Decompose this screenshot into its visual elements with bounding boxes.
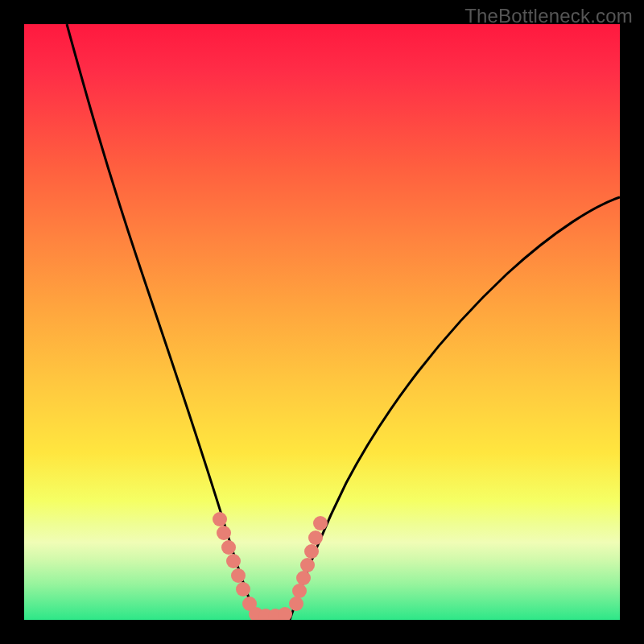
bead-marker [296,571,311,585]
bead-marker [236,582,250,597]
bead-marker [226,554,241,568]
bead-marker [292,584,307,598]
bead-marker [304,544,319,559]
chart-frame: TheBottleneck.com [0,0,644,644]
bead-marker [308,530,323,545]
bead-marker [289,597,303,611]
bead-marker [313,516,328,530]
bead-marker [300,558,315,572]
bead-marker [221,540,236,555]
bead-markers [213,512,328,620]
bead-marker [217,526,231,540]
bead-marker [213,512,227,526]
right-branch-curve [290,197,620,620]
bead-marker [278,607,292,620]
bead-marker [231,568,246,583]
curve-layer [24,24,620,620]
plot-area [24,24,620,620]
